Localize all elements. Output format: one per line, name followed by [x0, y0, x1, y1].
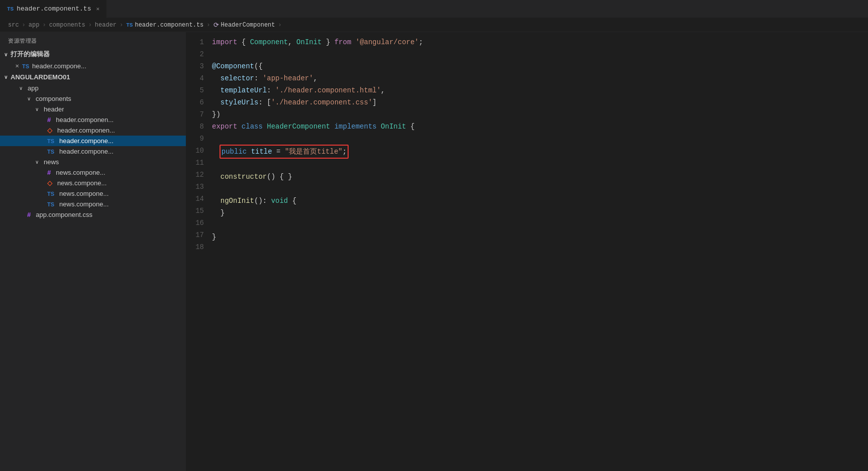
code-editor[interactable]: 1 2 3 4 5 6 7 8 9 10 11 12 13 14 15 16 1… — [186, 32, 868, 471]
tree-app-css[interactable]: # app.component.css — [0, 209, 186, 220]
tree-header-ts[interactable]: TS header.compone... — [0, 136, 186, 146]
code-line-6: styleUrls: ['./header.component.css'] — [212, 96, 868, 108]
news-css-label: news.compone... — [56, 169, 105, 176]
ts-icon-open: TS — [22, 63, 29, 69]
ts-file-icon: TS — [7, 6, 14, 12]
ts-icon-header-spec: TS — [47, 149, 54, 155]
breadcrumb-src: src — [8, 22, 19, 29]
header-ts-label: header.compone... — [59, 137, 114, 145]
project-section[interactable]: ∨ ANGULARDEMO01 — [0, 71, 186, 83]
header-ts-spec-label: header.compone... — [59, 148, 114, 155]
tree-news-ts[interactable]: TS news.compone... — [0, 188, 186, 199]
sidebar: 资源管理器 ∨ 打开的编辑器 ✕ TS header.compone... ∨ … — [0, 32, 186, 471]
code-line-8: export class HeaderComponent implements … — [212, 121, 868, 133]
code-line-2 — [212, 48, 868, 60]
app-label: app — [28, 84, 39, 92]
code-line-13 — [212, 183, 868, 195]
tree-news-css[interactable]: # news.compone... — [0, 167, 186, 178]
code-line-11 — [212, 159, 868, 171]
code-line-18 — [212, 243, 868, 255]
code-content: 1 2 3 4 5 6 7 8 9 10 11 12 13 14 15 16 1… — [186, 32, 868, 471]
ts-icon-news: TS — [47, 191, 54, 197]
tab-header-component[interactable]: TS header.component.ts ✕ — [0, 0, 107, 18]
tree-news[interactable]: ∨ news — [0, 157, 186, 167]
app-css-label: app.component.css — [36, 211, 92, 218]
header-folder-label: header — [44, 105, 64, 113]
css-icon-header: # — [47, 116, 51, 124]
code-line-12: constructor() { } — [212, 171, 868, 183]
news-ts-spec-label: news.compone... — [59, 200, 108, 208]
header-html-label: header.componen... — [57, 127, 115, 134]
breadcrumb-filename: header.component.ts — [135, 22, 203, 29]
breadcrumb-sep4: › — [120, 22, 123, 29]
code-line-15: } — [212, 207, 868, 219]
code-lines: import { Component, OnInit } from '@angu… — [212, 36, 868, 467]
html-icon-news: ◇ — [47, 179, 52, 187]
breadcrumb-component-name: HeaderComponent — [221, 22, 275, 29]
breadcrumb-app: app — [29, 22, 40, 29]
tab-label: header.component.ts — [17, 5, 91, 13]
code-line-17: } — [212, 231, 868, 243]
news-ts-label: news.compone... — [59, 190, 108, 197]
line-numbers: 1 2 3 4 5 6 7 8 9 10 11 12 13 14 15 16 1… — [186, 36, 212, 467]
code-line-3: @Component({ — [212, 60, 868, 72]
news-chevron: ∨ — [35, 159, 39, 165]
code-line-4: selector: 'app-header', — [212, 72, 868, 84]
open-editors-chevron: ∨ — [4, 52, 8, 57]
open-editors-section[interactable]: ∨ 打开的编辑器 — [0, 48, 186, 61]
breadcrumb-components: components — [49, 22, 85, 29]
code-line-16 — [212, 219, 868, 231]
news-folder-label: news — [44, 158, 59, 166]
code-line-10: public title = "我是首页title"; — [212, 145, 868, 159]
breadcrumb-ts-icon: TS — [126, 22, 133, 28]
project-chevron: ∨ — [4, 74, 8, 80]
app-chevron: ∨ — [19, 85, 23, 91]
breadcrumb-component-icon: ⟳ — [213, 21, 219, 29]
code-line-5: templateUrl: './header.component.html', — [212, 84, 868, 96]
tree-components[interactable]: ∨ components — [0, 93, 186, 104]
css-icon-app: # — [27, 211, 31, 218]
tree-header[interactable]: ∨ header — [0, 104, 186, 114]
close-icon-open-file[interactable]: ✕ — [15, 63, 19, 69]
html-icon-header: ◇ — [47, 127, 52, 134]
sidebar-title: 资源管理器 — [0, 32, 186, 48]
ts-icon-news-spec: TS — [47, 201, 54, 207]
open-file-header-ts[interactable]: ✕ TS header.compone... — [0, 61, 186, 71]
tree-header-html[interactable]: ◇ header.componen... — [0, 125, 186, 136]
header-css-label: header.componen... — [56, 116, 114, 124]
code-line-9 — [212, 133, 868, 145]
tree-header-ts-spec[interactable]: TS header.compone... — [0, 146, 186, 157]
breadcrumb-header: header — [95, 22, 117, 29]
code-line-1: import { Component, OnInit } from '@angu… — [212, 36, 868, 48]
tab-bar: TS header.component.ts ✕ — [0, 0, 868, 18]
breadcrumb-sep6: › — [278, 22, 282, 29]
tree-app[interactable]: ∨ app — [0, 83, 186, 93]
tab-close-icon[interactable]: ✕ — [96, 6, 99, 12]
code-line-14: ngOnInit(): void { — [212, 195, 868, 207]
tree-header-css[interactable]: # header.componen... — [0, 114, 186, 125]
tree-news-ts-spec[interactable]: TS news.compone... — [0, 199, 186, 209]
code-line-7: }) — [212, 108, 868, 121]
tree-news-html[interactable]: ◇ news.compone... — [0, 178, 186, 188]
components-label: components — [36, 95, 71, 102]
project-label: ANGULARDEMO01 — [11, 73, 70, 81]
breadcrumb: src › app › components › header › TS hea… — [0, 18, 868, 32]
components-chevron: ∨ — [27, 96, 31, 101]
ts-icon-header: TS — [47, 138, 54, 144]
main-layout: 资源管理器 ∨ 打开的编辑器 ✕ TS header.compone... ∨ … — [0, 32, 868, 471]
breadcrumb-sep5: › — [206, 22, 210, 29]
header-chevron: ∨ — [35, 106, 39, 112]
open-file-label: header.compone... — [32, 62, 86, 70]
breadcrumb-sep3: › — [88, 22, 92, 29]
css-icon-news: # — [47, 169, 51, 176]
news-html-label: news.compone... — [57, 179, 106, 187]
breadcrumb-sep2: › — [42, 22, 46, 29]
open-editors-label: 打开的编辑器 — [11, 50, 50, 59]
breadcrumb-sep1: › — [22, 22, 26, 29]
